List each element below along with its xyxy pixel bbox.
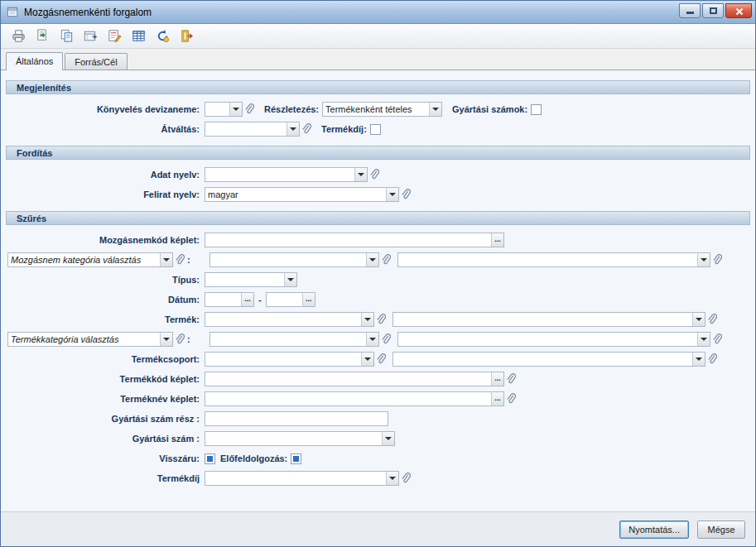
termekdij-checkbox[interactable]	[370, 124, 381, 135]
copy-toolbar-button[interactable]	[57, 27, 75, 46]
table-toolbar-button[interactable]	[129, 27, 147, 46]
termek-combo-1[interactable]	[205, 312, 374, 327]
chevron-down-icon[interactable]	[382, 432, 394, 445]
export-toolbar-button[interactable]	[33, 27, 51, 46]
chevron-down-icon[interactable]	[697, 253, 710, 266]
chevron-down-icon[interactable]	[354, 168, 367, 181]
termekcsoport-combo-2[interactable]	[392, 352, 705, 367]
tipus-combo[interactable]	[205, 272, 297, 287]
paperclip-icon[interactable]	[506, 373, 516, 386]
chevron-down-icon[interactable]	[366, 333, 378, 346]
tab-altalanos[interactable]: Általános	[6, 52, 63, 70]
paperclip-icon[interactable]	[707, 353, 717, 366]
date-range-separator: -	[258, 295, 262, 305]
nyomtatas-button[interactable]: Nyomtatás...	[619, 521, 689, 539]
minimize-button[interactable]	[679, 3, 701, 18]
close-button[interactable]	[725, 3, 752, 18]
copy-icon	[59, 28, 75, 44]
mozgasnemkod-keplet-field[interactable]: ...	[205, 233, 504, 247]
row-konyveles-devizaneme: Könyvelés devizaneme: Részletezés: Termé…	[4, 99, 752, 119]
tab-strip: Általános Forrás/Cél	[1, 49, 755, 70]
print-toolbar-button[interactable]	[9, 27, 27, 46]
paperclip-icon[interactable]	[712, 254, 722, 266]
paperclip-icon[interactable]	[376, 353, 386, 366]
paperclip-icon[interactable]	[369, 169, 379, 181]
mozgasnem-kategoria-value-combo-2[interactable]	[397, 252, 710, 267]
gyartasi-szam-resz-input[interactable]	[205, 411, 388, 426]
mozgasnem-kategoria-value-combo-1[interactable]	[209, 252, 379, 267]
felirat-nyelv-combo[interactable]: magyar	[205, 187, 399, 202]
termek-combo-2[interactable]	[392, 312, 705, 327]
paperclip-icon[interactable]	[175, 254, 185, 266]
gyartasi-szam-combo[interactable]	[205, 431, 395, 446]
close-icon	[735, 7, 743, 15]
paperclip-icon[interactable]	[707, 314, 717, 326]
ellipsis-button[interactable]: ...	[491, 233, 503, 247]
mozgasnem-kategoria-combo[interactable]: Mozgásnem kategória választás	[7, 252, 173, 267]
termekkategoria-value-combo-2[interactable]	[397, 332, 710, 347]
tab-page-altalanos: Megjelenítés Könyvelés devizaneme: Részl…	[1, 70, 755, 511]
paperclip-icon[interactable]	[175, 333, 185, 346]
chevron-down-icon[interactable]	[429, 103, 441, 116]
maximize-button[interactable]	[702, 3, 724, 18]
chevron-down-icon[interactable]	[386, 188, 398, 201]
visszaru-checkbox[interactable]	[205, 453, 215, 464]
chevron-down-icon[interactable]	[386, 472, 398, 485]
row-visszaru: Visszáru: Előfeldolgozás:	[4, 449, 752, 468]
datum-from-field[interactable]: ...	[205, 292, 254, 307]
chevron-down-icon[interactable]	[361, 353, 373, 366]
datum-to-field[interactable]: ...	[266, 292, 315, 307]
termekkod-keplet-field[interactable]: ...	[205, 372, 504, 386]
tab-forras-cel[interactable]: Forrás/Cél	[65, 53, 127, 70]
transfer-toolbar-button[interactable]	[81, 27, 99, 46]
adat-nyelv-label: Adat nyelv:	[7, 170, 205, 180]
paperclip-icon[interactable]	[712, 333, 722, 346]
chevron-down-icon[interactable]	[229, 103, 242, 116]
paperclip-icon[interactable]	[301, 123, 311, 136]
paperclip-icon[interactable]	[376, 314, 386, 326]
paperclip-icon[interactable]	[401, 473, 411, 485]
elofeldolgozas-checkbox[interactable]	[291, 453, 301, 464]
konyveles-devizaneme-combo[interactable]	[205, 102, 243, 117]
paperclip-icon[interactable]	[506, 393, 516, 405]
adat-nyelv-combo[interactable]	[205, 167, 368, 182]
colon-separator: :	[187, 334, 190, 344]
termekdij-combo[interactable]	[205, 471, 399, 486]
paperclip-icon[interactable]	[244, 103, 254, 116]
atvaltas-label: Átváltás:	[7, 124, 205, 134]
paperclip-icon[interactable]	[381, 254, 391, 266]
row-mozgasnem-kategoria: Mozgásnem kategória választás :	[4, 250, 752, 270]
transfer-icon	[83, 28, 99, 44]
atvaltas-combo[interactable]	[205, 122, 300, 137]
gyartasi-szamok-checkbox[interactable]	[531, 104, 542, 115]
chevron-down-icon[interactable]	[287, 122, 299, 136]
exit-toolbar-button[interactable]	[177, 27, 195, 46]
termekcsoport-combo-1[interactable]	[205, 352, 374, 367]
chevron-down-icon[interactable]	[692, 313, 705, 326]
ellipsis-button[interactable]: ...	[491, 392, 503, 405]
gyartasi-szamok-label: Gyártási számok:	[452, 104, 527, 114]
chevron-down-icon[interactable]	[697, 333, 710, 346]
termekkategoria-combo[interactable]: Termékkategória választás	[7, 332, 173, 347]
chevron-down-icon[interactable]	[284, 273, 296, 286]
chevron-down-icon[interactable]	[361, 313, 373, 326]
titlebar[interactable]: Mozgásnemenkénti forgalom	[1, 1, 755, 24]
termekkategoria-value-combo-1[interactable]	[209, 332, 379, 347]
chevron-down-icon[interactable]	[160, 333, 172, 346]
paperclip-icon[interactable]	[381, 333, 391, 346]
termeknev-keplet-field[interactable]: ...	[205, 391, 504, 406]
row-termekkategoria: Termékkategória választás :	[4, 329, 752, 349]
chevron-down-icon[interactable]	[366, 253, 378, 266]
konyveles-devizaneme-label: Könyvelés devizaneme:	[7, 104, 205, 114]
termekdij-label: Termékdíj	[7, 473, 205, 483]
ellipsis-button[interactable]: ...	[491, 372, 503, 386]
megse-button[interactable]: Mégse	[697, 521, 745, 539]
edit-toolbar-button[interactable]	[105, 27, 123, 46]
ellipsis-button[interactable]: ...	[302, 293, 315, 306]
paperclip-icon[interactable]	[401, 189, 411, 201]
reszletezes-combo[interactable]: Termékenként tételes	[322, 102, 442, 117]
chevron-down-icon[interactable]	[160, 253, 172, 266]
ellipsis-button[interactable]: ...	[241, 293, 253, 306]
chevron-down-icon[interactable]	[692, 353, 705, 366]
refresh-toolbar-button[interactable]	[153, 27, 171, 46]
